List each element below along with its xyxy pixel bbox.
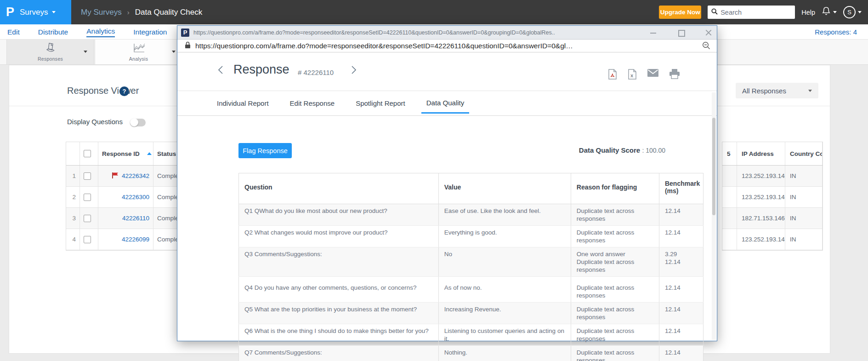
truncated-cell (722, 229, 737, 250)
value-header: Value (438, 173, 571, 204)
nav-item-integration[interactable]: Integration (133, 28, 167, 36)
chevron-down-icon (52, 11, 56, 13)
bell-icon (822, 6, 831, 18)
spacer-cell (438, 277, 571, 281)
nav-item-analytics[interactable]: Analytics (86, 27, 115, 37)
analysis-tool-label: Analysis (95, 56, 182, 62)
nav-item-edit[interactable]: Edit (7, 28, 20, 36)
question-cell: Q7 Comments/Suggestions: (239, 345, 439, 361)
chevron-down-icon (808, 90, 812, 92)
search-box[interactable] (708, 6, 795, 19)
scrollbar-thumb[interactable] (712, 118, 715, 215)
response-id-link[interactable]: 42226300 (98, 187, 153, 207)
reason-cell: Duplicate text across responses (571, 324, 659, 345)
response-tabs: Individual Report Edit Response Spotligh… (217, 91, 464, 115)
benchmark-cell: 12.14 (659, 204, 703, 226)
upgrade-now-button[interactable]: Upgrade Now (659, 6, 701, 19)
reason-cell: Duplicate text across responses (571, 226, 659, 247)
benchmark-cell: 12.14 (659, 226, 703, 247)
search-icon (711, 8, 718, 17)
value-cell: As of now no. (438, 281, 571, 303)
value-cell: Listening to customer queries and acting… (438, 324, 571, 345)
topbar-actions: Upgrade Now Help S (659, 0, 862, 24)
row-number: 1 (66, 166, 80, 186)
checkbox-cell (80, 229, 98, 250)
analysis-tool-button[interactable]: Analysis (95, 40, 182, 64)
question-cell: Q2 What changes would most improve our p… (239, 226, 439, 247)
help-link[interactable]: Help (801, 9, 815, 16)
question-cell: Q5 What are the top priorities in your b… (239, 302, 439, 324)
benchmark-cell: 12.14 (659, 302, 703, 324)
row-checkbox[interactable] (84, 236, 91, 243)
reason-cell: Duplicate text across responses (571, 204, 659, 226)
next-response-button[interactable] (351, 65, 357, 76)
data-quality-score: Data Quality Score : 100.00 (579, 146, 665, 154)
response-id-label: # 42226110 (298, 69, 334, 76)
email-icon[interactable] (647, 69, 658, 82)
value-cell: Nothing. (438, 345, 571, 361)
window-titlebar[interactable]: P https://questionpro.com/a/frame.do?mod… (177, 26, 717, 40)
tab-individual-report[interactable]: Individual Report (217, 99, 269, 107)
ip-address-cell: 123.252.193.148 (737, 187, 785, 207)
zoom-out-icon[interactable] (702, 41, 710, 52)
truncated-cell (722, 187, 737, 207)
row-checkbox[interactable] (84, 172, 91, 180)
modal-scrollbar[interactable] (712, 92, 716, 340)
export-excel-icon[interactable]: x (628, 69, 637, 82)
tab-data-quality[interactable]: Data Quality (421, 92, 470, 114)
search-input[interactable] (720, 9, 785, 16)
tab-edit-response[interactable]: Edit Response (290, 99, 335, 107)
row-checkbox[interactable] (84, 194, 91, 201)
help-icon[interactable]: ? (119, 86, 129, 96)
notifications-button[interactable] (822, 6, 837, 18)
dq-table-row: Q3 Comments/Suggestions:NoOne word answe… (239, 247, 703, 277)
previous-response-button[interactable] (218, 65, 223, 76)
address-bar[interactable]: https://questionpro.com/a/frame.do?mode=… (177, 40, 717, 52)
close-button[interactable] (703, 27, 714, 38)
select-all-checkbox[interactable] (84, 150, 91, 157)
all-responses-dropdown[interactable]: All Responses (736, 83, 818, 98)
spacer-row (239, 277, 703, 281)
country-code-cell: IN (785, 187, 823, 207)
nav-item-distribute[interactable]: Distribute (38, 28, 68, 36)
value-cell: Ease of use. Like the look and feel. (438, 204, 571, 226)
tab-spotlight-report[interactable]: Spotlight Report (356, 99, 405, 107)
table-row: 123.252.193.148IN (722, 229, 823, 250)
data-quality-table: Question Value Reason for flagging Bench… (238, 173, 703, 361)
benchmark-cell: 3.2912.14 (659, 247, 703, 277)
table-row: 142226342Comple (66, 166, 193, 187)
row-number: 4 (66, 229, 80, 250)
responses-tool-label: Responses (7, 56, 94, 62)
response-id-link[interactable]: 42226110 (98, 208, 153, 229)
reason-cell: Duplicate text across responses (571, 302, 659, 324)
response-id-link[interactable]: 42226099 (98, 229, 153, 250)
responses-table: Response ID Status 142226342Comple242226… (66, 142, 193, 251)
response-id-header[interactable]: Response ID (98, 142, 153, 165)
product-switcher[interactable]: P Surveys (0, 0, 71, 24)
minimize-button[interactable] (648, 27, 659, 38)
svg-text:x: x (630, 73, 634, 78)
display-questions-toggle[interactable] (130, 119, 146, 126)
breadcrumb-my-surveys[interactable]: My Surveys (81, 8, 122, 17)
row-checkbox[interactable] (84, 215, 91, 222)
maximize-button[interactable] (675, 27, 686, 38)
product-name: Surveys (20, 8, 48, 17)
question-cell: Q3 Comments/Suggestions: (239, 247, 439, 277)
chevron-down-icon (858, 11, 862, 13)
sort-asc-icon (147, 152, 152, 155)
row-number: 2 (66, 187, 80, 207)
responses-tool-button[interactable]: Responses (6, 40, 94, 64)
account-menu[interactable]: S (843, 6, 862, 18)
print-icon[interactable] (669, 69, 680, 82)
chevron-down-icon (172, 51, 176, 53)
top-bar: P Surveys My Surveys › Data Quality Chec… (0, 0, 868, 24)
export-pdf-icon[interactable] (608, 69, 617, 82)
country-code-header: Country Co (785, 142, 823, 165)
response-id-link[interactable]: 42226342 (98, 166, 153, 186)
response-editor-window: P https://questionpro.com/a/frame.do?mod… (177, 25, 717, 341)
responses-document-icon (44, 41, 57, 57)
question-cell: Q1 QWhat do you like most about our new … (239, 204, 439, 226)
flag-response-button[interactable]: Flag Response (238, 143, 292, 158)
benchmark-header: Benchmark (ms) (659, 173, 703, 204)
toggle-knob (130, 118, 138, 126)
